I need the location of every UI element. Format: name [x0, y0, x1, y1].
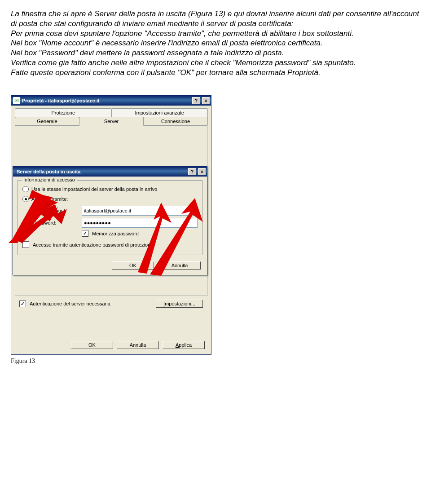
- nome-account-input[interactable]: italiasport@postace.it: [82, 206, 198, 216]
- close-button[interactable]: ×: [198, 168, 206, 175]
- tab-server[interactable]: Server: [79, 117, 144, 126]
- nome-account-label: Nome account:: [33, 208, 78, 213]
- figure-caption: Figura 13: [11, 358, 211, 365]
- ok-button[interactable]: OK: [71, 341, 113, 349]
- properties-title: Proprietà - italiasport@postace.it: [22, 98, 190, 103]
- memorizza-label: Memorizza password: [92, 231, 139, 236]
- password-label: Password:: [33, 220, 78, 225]
- radio-label: Usa le stesse impostazioni del server de…: [31, 186, 157, 192]
- login-info-group: Informazioni di accesso Usa le stesse im…: [18, 180, 202, 255]
- tab-protezione[interactable]: Protezione: [15, 108, 112, 117]
- secure-auth-checkbox[interactable]: [22, 241, 29, 248]
- radio-same-settings[interactable]: Usa le stesse impostazioni del server de…: [22, 186, 198, 192]
- cancel-button[interactable]: Annulla: [158, 261, 201, 270]
- ok-button[interactable]: OK: [112, 261, 154, 270]
- tab-connessione[interactable]: Connessione: [143, 117, 208, 125]
- impostazioni-button[interactable]: Impostazioni...: [156, 300, 203, 308]
- tab-generale[interactable]: Generale: [15, 117, 79, 125]
- server-auth-label: Autenticazione del server necessaria: [30, 301, 110, 306]
- help-button[interactable]: ?: [192, 97, 200, 104]
- tab-impostazioni-avanzate[interactable]: Impostazioni avanzate: [111, 108, 208, 117]
- instruction-paragraph: La finestra che si apre è Server della p…: [11, 9, 420, 77]
- radio-icon: [22, 186, 29, 192]
- smtp-dialog: Server della posta in uscita ? × Informa…: [13, 166, 207, 275]
- server-auth-checkbox[interactable]: [19, 301, 26, 307]
- group-legend: Informazioni di accesso: [22, 177, 77, 182]
- radio-accesso-tramite[interactable]: Accesso tramite:: [22, 196, 198, 202]
- cancel-button[interactable]: Annulla: [117, 341, 159, 349]
- password-input[interactable]: ●●●●●●●●●: [82, 218, 198, 228]
- smtp-titlebar[interactable]: Server della posta in uscita ? ×: [13, 167, 207, 177]
- window-icon: ✉: [13, 97, 20, 104]
- tab-body: Server della posta in uscita ? × Informa…: [15, 125, 207, 296]
- close-button[interactable]: ×: [202, 97, 210, 104]
- properties-window: ✉ Proprietà - italiasport@postace.it ? ×…: [11, 95, 211, 355]
- properties-titlebar[interactable]: ✉ Proprietà - italiasport@postace.it ? ×: [11, 96, 211, 106]
- radio-label: Accesso tramite:: [31, 196, 68, 202]
- smtp-title: Server della posta in uscita: [15, 169, 186, 174]
- radio-icon: [22, 196, 29, 202]
- memorizza-checkbox[interactable]: [82, 230, 88, 237]
- apply-button[interactable]: Applica: [163, 341, 205, 349]
- help-button[interactable]: ?: [188, 168, 196, 175]
- secure-auth-label: Accesso tramite autenticazione password …: [33, 242, 153, 248]
